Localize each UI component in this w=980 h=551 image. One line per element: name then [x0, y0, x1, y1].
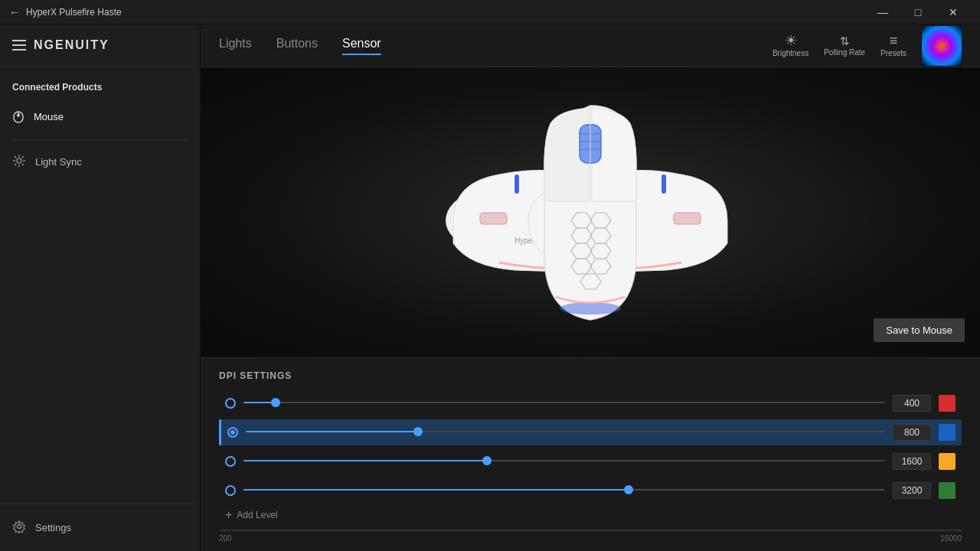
add-level-button[interactable]: + Add Level — [219, 504, 962, 527]
sidebar-divider — [12, 139, 188, 140]
svg-rect-48 — [674, 213, 701, 224]
sidebar-item-mouse[interactable]: Mouse — [0, 100, 200, 133]
sidebar: NGENUITY Connected Products Mouse — [0, 24, 201, 551]
polling-rate-label: Polling Rate — [824, 48, 865, 57]
dpi-slider-2[interactable] — [246, 431, 885, 434]
dpi-color-4[interactable] — [939, 482, 956, 499]
connected-products-label: Connected Products — [0, 67, 200, 100]
title-bar-left: ← HyperX Pulsefire Haste — [9, 6, 122, 18]
brightness-label: Brightness — [773, 49, 808, 57]
top-bar: Lights Buttons Sensor ☀ Brightness ⇅ Pol… — [201, 24, 980, 67]
polling-rate-action[interactable]: ⇅ Polling Rate — [824, 35, 865, 57]
brightness-action[interactable]: ☀ Brightness — [773, 34, 808, 57]
dpi-slider-1[interactable] — [243, 402, 885, 405]
dpi-value-2[interactable]: 800 — [893, 424, 931, 441]
sidebar-item-settings-label: Settings — [35, 522, 71, 533]
sidebar-item-lightsync-label: Light Sync — [35, 156, 82, 168]
dpi-value-3[interactable]: 1600 — [893, 453, 931, 470]
dpi-radio-1[interactable] — [225, 398, 236, 409]
svg-point-3 — [17, 158, 21, 163]
mouse-icon — [12, 108, 24, 126]
minimize-button[interactable]: — — [865, 0, 900, 24]
dpi-slider-3[interactable] — [243, 460, 885, 463]
title-bar-title: HyperX Pulsefire Haste — [26, 7, 122, 18]
hamburger-menu[interactable] — [12, 40, 26, 51]
presets-action[interactable]: ≡ Presets — [880, 34, 906, 57]
dpi-radio-2[interactable] — [227, 427, 238, 438]
maximize-button[interactable]: □ — [900, 0, 936, 24]
dpi-color-2[interactable] — [939, 424, 956, 441]
dpi-radio-4[interactable] — [225, 485, 236, 496]
dpi-section-title: DPI SETTINGS — [219, 370, 962, 381]
tab-sensor[interactable]: Sensor — [342, 37, 381, 55]
dpi-slider-4[interactable] — [243, 489, 885, 492]
close-button[interactable]: ✕ — [936, 0, 971, 24]
svg-line-9 — [22, 164, 24, 165]
svg-line-10 — [22, 156, 24, 158]
dpi-value-1[interactable]: 400 — [893, 395, 931, 412]
preset-thumbnail[interactable] — [922, 26, 962, 66]
back-icon[interactable]: ← — [9, 6, 20, 18]
brightness-icon: ☀ — [785, 34, 797, 47]
dpi-color-1[interactable] — [939, 395, 956, 412]
app-body: NGENUITY Connected Products Mouse — [0, 24, 980, 551]
dpi-radio-3[interactable] — [225, 456, 236, 467]
tab-buttons[interactable]: Buttons — [276, 37, 318, 55]
svg-point-12 — [18, 525, 21, 529]
presets-label: Presets — [880, 49, 906, 57]
svg-line-8 — [15, 156, 16, 158]
dpi-row-2[interactable]: 800 — [219, 419, 962, 445]
lightsync-icon — [12, 154, 26, 170]
title-bar-controls: — □ ✕ — [865, 0, 971, 24]
sidebar-bottom: Settings — [0, 504, 200, 551]
svg-point-39 — [560, 302, 621, 315]
settings-icon — [12, 520, 26, 536]
dpi-row-3[interactable]: 1600 — [219, 448, 962, 474]
title-bar: ← HyperX Pulsefire Haste — □ ✕ — [0, 0, 980, 24]
main-content: Lights Buttons Sensor ☀ Brightness ⇅ Pol… — [201, 24, 980, 551]
top-bar-actions: ☀ Brightness ⇅ Polling Rate ≡ Presets — [773, 26, 962, 66]
svg-line-11 — [15, 164, 16, 165]
dpi-value-4[interactable]: 3200 — [893, 482, 931, 499]
sidebar-item-mouse-label: Mouse — [34, 111, 64, 122]
dpi-rows: 400 800 — [219, 390, 962, 504]
sidebar-item-lightsync[interactable]: Light Sync — [0, 146, 200, 178]
dpi-panel: DPI SETTINGS 400 — [201, 357, 980, 551]
tabs: Lights Buttons Sensor — [219, 37, 381, 55]
sidebar-logo: NGENUITY — [34, 38, 109, 52]
sidebar-header: NGENUITY — [0, 24, 200, 67]
add-level-label: Add Level — [237, 510, 277, 520]
mouse-front-center — [514, 102, 667, 324]
dpi-color-3[interactable] — [939, 453, 956, 470]
dpi-range-min: 200 — [219, 534, 232, 543]
save-to-mouse-button[interactable]: Save to Mouse — [874, 318, 965, 342]
dpi-row-1[interactable]: 400 — [219, 390, 962, 416]
dpi-range-bar: 200 16000 — [219, 530, 962, 539]
svg-rect-22 — [480, 213, 507, 224]
dpi-row-4[interactable]: 3200 — [219, 478, 962, 504]
add-icon: + — [225, 508, 232, 522]
polling-rate-icon: ⇅ — [840, 35, 850, 47]
tab-lights[interactable]: Lights — [219, 37, 252, 55]
dpi-range-max: 16000 — [940, 534, 962, 543]
svg-rect-2 — [17, 114, 20, 116]
presets-icon: ≡ — [890, 34, 898, 47]
sidebar-item-settings[interactable]: Settings — [0, 512, 200, 543]
mouse-display: HyperX — [201, 67, 980, 357]
